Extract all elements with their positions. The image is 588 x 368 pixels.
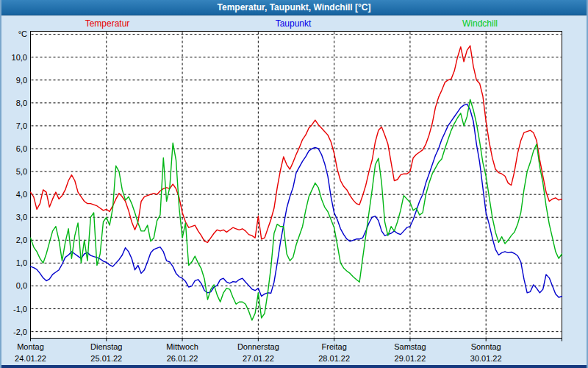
y-tick-label--2: -2,0 xyxy=(1,328,27,336)
x-day-label-0: Montag xyxy=(17,342,44,351)
y-tick-label-2: 2,0 xyxy=(1,236,27,244)
x-day-label-4: Freitag xyxy=(322,342,347,351)
y-tick-label-4: 4,0 xyxy=(1,190,27,199)
y-tick-label-6: 6,0 xyxy=(1,144,27,153)
x-day-label-2: Mittwoch xyxy=(166,342,198,351)
y-tick-label-9: 9,0 xyxy=(1,76,27,85)
x-date-label-4: 28.01.22 xyxy=(318,354,350,363)
y-tick-label-10: 10,0 xyxy=(1,53,27,62)
x-date-label-6: 30.01.22 xyxy=(470,354,502,363)
x-date-label-5: 29.01.22 xyxy=(395,354,426,363)
y-tick-label-0: 0,0 xyxy=(1,281,27,290)
x-day-label-1: Dienstag xyxy=(90,342,122,351)
x-date-label-2: 26.01.22 xyxy=(167,354,198,363)
x-day-label-6: Sonntag xyxy=(471,342,501,351)
y-tick-label-1: 1,0 xyxy=(1,258,27,267)
x-date-label-1: 25.01.22 xyxy=(90,354,122,363)
window-bottom-border xyxy=(1,365,587,368)
x-day-label-5: Samstag xyxy=(394,342,426,351)
x-date-label-3: 27.01.22 xyxy=(243,354,274,363)
x-date-label-0: 24.01.22 xyxy=(15,354,46,363)
y-tick-label--1: -1,0 xyxy=(1,305,27,314)
y-tick-label-3: 3,0 xyxy=(1,213,27,222)
x-day-label-3: Donnerstag xyxy=(237,342,279,351)
weather-chart-window: Temperatur, Taupunkt, Windchill [°C] Tem… xyxy=(0,0,588,368)
y-tick-label-5: 5,0 xyxy=(1,167,27,176)
chart-plot-area xyxy=(1,0,588,368)
y-tick-label-7: 7,0 xyxy=(1,121,27,130)
y-axis-unit: °C xyxy=(1,29,27,38)
y-tick-label-8: 8,0 xyxy=(1,99,27,107)
